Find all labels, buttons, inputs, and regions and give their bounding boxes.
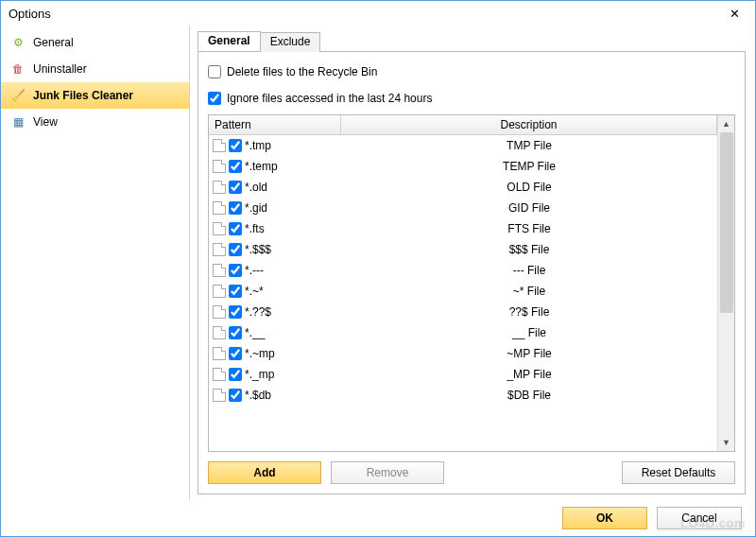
sidebar-item-general[interactable]: ⚙General — [1, 29, 189, 56]
row-checkbox[interactable] — [229, 181, 242, 194]
sidebar: ⚙General🗑Uninstaller🧹Junk Files Cleaner▦… — [1, 26, 190, 500]
pattern-text: *.$$$ — [245, 243, 271, 256]
sidebar-item-label: General — [33, 36, 74, 49]
cell-pattern: *.$db — [209, 389, 341, 402]
row-checkbox[interactable] — [229, 305, 242, 319]
cell-pattern: *.~* — [209, 285, 341, 298]
table-row[interactable]: *.oldOLD File — [209, 177, 717, 198]
pattern-text: *.~* — [245, 285, 264, 298]
cell-pattern: *.--- — [209, 264, 341, 277]
file-icon — [213, 222, 226, 235]
table-row[interactable]: *.??$??$ File — [209, 302, 717, 322]
pattern-text: *.--- — [245, 264, 264, 277]
cell-description: $$$ File — [341, 243, 717, 256]
pattern-text: *.fts — [245, 222, 265, 235]
file-icon — [213, 243, 226, 256]
row-checkbox[interactable] — [229, 368, 242, 381]
table-row[interactable]: *.tmpTMP File — [209, 135, 717, 156]
reset-defaults-button[interactable]: Reset Defaults — [622, 461, 735, 484]
cell-pattern: *.??$ — [209, 305, 341, 319]
table-row[interactable]: *.$db$DB File — [209, 385, 717, 406]
tab-general[interactable]: General — [198, 31, 261, 51]
scroll-thumb[interactable] — [720, 132, 733, 313]
vertical-scrollbar[interactable]: ▲ ▼ — [717, 115, 734, 451]
table-row[interactable]: *.gidGID File — [209, 198, 717, 218]
row-checkbox[interactable] — [229, 389, 242, 402]
close-icon: ✕ — [730, 7, 740, 21]
file-icon — [213, 201, 226, 215]
column-header-description[interactable]: Description — [341, 115, 717, 134]
table-header: Pattern Description — [209, 115, 717, 135]
cell-description: $DB File — [341, 389, 717, 402]
row-checkbox[interactable] — [229, 222, 242, 235]
row-checkbox[interactable] — [229, 201, 242, 215]
sidebar-item-uninstaller[interactable]: 🗑Uninstaller — [1, 56, 189, 82]
file-icon — [213, 139, 226, 152]
table-row[interactable]: *.$$$$$$ File — [209, 239, 717, 260]
file-icon — [213, 347, 226, 360]
file-icon — [213, 368, 226, 381]
cell-description: --- File — [341, 264, 717, 277]
sidebar-item-label: Junk Files Cleaner — [33, 89, 133, 102]
row-checkbox[interactable] — [229, 347, 242, 360]
table-body: *.tmpTMP File*.tempTEMP File*.oldOLD Fil… — [209, 135, 717, 451]
checkbox-delete-recycle[interactable] — [208, 65, 221, 78]
sidebar-item-junk-files-cleaner[interactable]: 🧹Junk Files Cleaner — [1, 82, 189, 109]
table-row[interactable]: *.ftsFTS File — [209, 218, 717, 239]
row-checkbox[interactable] — [229, 326, 242, 339]
pattern-text: *.temp — [245, 160, 278, 173]
file-icon — [213, 181, 226, 194]
row-checkbox[interactable] — [229, 264, 242, 277]
pattern-text: *.__ — [245, 326, 265, 339]
cell-pattern: *.~mp — [209, 347, 341, 360]
cell-description: ~MP File — [341, 347, 717, 360]
table-row[interactable]: *.tempTEMP File — [209, 156, 717, 177]
row-checkbox[interactable] — [229, 243, 242, 256]
tab-exclude[interactable]: Exclude — [260, 32, 321, 52]
cancel-button[interactable]: Cancel — [657, 507, 742, 529]
pattern-text: *.$db — [245, 389, 271, 402]
pattern-text: *.tmp — [245, 139, 271, 152]
row-checkbox[interactable] — [229, 285, 242, 298]
cell-description: TEMP File — [341, 160, 717, 173]
file-icon — [213, 285, 226, 298]
cell-pattern: *.temp — [209, 160, 341, 173]
table-row[interactable]: *.~mp~MP File — [209, 343, 717, 364]
row-checkbox[interactable] — [229, 139, 242, 152]
row-checkbox[interactable] — [229, 160, 242, 173]
scroll-track[interactable] — [718, 132, 734, 434]
table-row[interactable]: *._mp_MP File — [209, 364, 717, 385]
sidebar-item-view[interactable]: ▦View — [1, 109, 189, 135]
cell-pattern: *.tmp — [209, 139, 341, 152]
options-window: Options ✕ ⚙General🗑Uninstaller🧹Junk File… — [0, 0, 756, 537]
table-row[interactable]: *.____ File — [209, 322, 717, 343]
cell-pattern: *.$$$ — [209, 243, 341, 256]
tab-strip: GeneralExclude — [198, 31, 746, 52]
titlebar: Options ✕ — [1, 1, 755, 26]
cell-description: ~* File — [341, 285, 717, 298]
cell-description: __ File — [341, 326, 717, 339]
scroll-up-icon[interactable]: ▲ — [718, 115, 734, 132]
spacer — [454, 461, 612, 484]
cell-description: OLD File — [341, 181, 717, 194]
remove-button[interactable]: Remove — [331, 461, 444, 484]
table-row[interactable]: *.~*~* File — [209, 281, 717, 302]
option-ignore-recent[interactable]: Ignore files accessed in the last 24 hou… — [208, 92, 735, 105]
cell-description: GID File — [341, 201, 717, 215]
option-delete-recycle[interactable]: Delete files to the Recycle Bin — [208, 65, 735, 78]
checkbox-ignore-recent[interactable] — [208, 92, 221, 105]
close-button[interactable]: ✕ — [713, 1, 755, 26]
cell-pattern: *.fts — [209, 222, 341, 235]
cell-pattern: *.__ — [209, 326, 341, 339]
add-button[interactable]: Add — [208, 461, 321, 484]
table-row[interactable]: *.------ File — [209, 260, 717, 281]
ok-button[interactable]: OK — [562, 507, 647, 529]
tab-panel-general: Delete files to the Recycle Bin Ignore f… — [198, 52, 746, 494]
column-header-pattern[interactable]: Pattern — [209, 115, 341, 134]
file-icon — [213, 264, 226, 277]
sidebar-item-label: Uninstaller — [33, 62, 87, 76]
scroll-down-icon[interactable]: ▼ — [718, 434, 734, 451]
cell-description: TMP File — [341, 139, 717, 152]
dialog-footer: OK Cancel — [1, 500, 755, 536]
junk-files-cleaner-icon: 🧹 — [10, 88, 26, 103]
